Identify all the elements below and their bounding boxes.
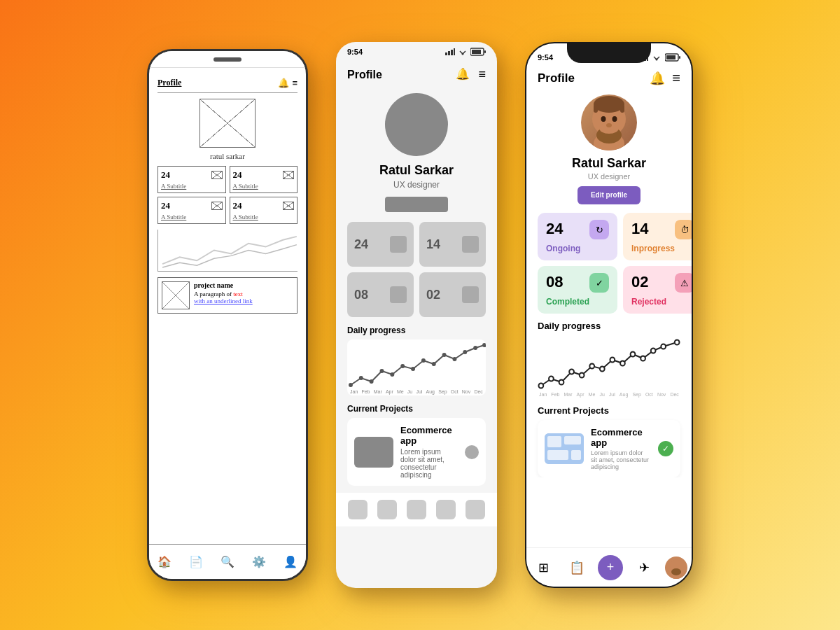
phone2-header: Profile 🔔 ≡ [347, 62, 486, 93]
phone1-avatar-placeholder [200, 99, 255, 148]
phone3-nav-docs[interactable]: 📋 [564, 555, 589, 580]
phone3-header: Profile 🔔 ≡ [538, 66, 680, 94]
nav-home-icon[interactable]: 🏠 [158, 555, 172, 568]
svg-rect-1 [448, 51, 450, 55]
stat-sub-3: A Subtitle [161, 214, 223, 220]
phone3-content: Profile 🔔 ≡ [526, 66, 692, 477]
phone2-status-bar: 9:54 [336, 42, 497, 62]
phone2-nav-1[interactable] [348, 500, 368, 519]
phone2-stat-num-1: 24 [354, 237, 368, 252]
phone2-project-title: Ecommerce app [400, 425, 458, 446]
svg-point-50 [640, 356, 645, 361]
phone3-menu-icon[interactable]: ≡ [672, 70, 680, 86]
phone2-stat-3: 08 [347, 272, 414, 317]
svg-point-39 [606, 123, 612, 127]
svg-point-16 [432, 362, 436, 366]
phone2-project-image [354, 437, 393, 468]
phone1-project-image [162, 281, 190, 309]
stat-num-3: 24 [161, 200, 170, 211]
svg-rect-57 [547, 450, 568, 460]
phone2-nav-2[interactable] [377, 500, 397, 519]
svg-point-43 [569, 370, 574, 374]
phone1-project-desc: A paragraph of text with an underlined l… [194, 290, 253, 304]
phone2-chart-area: JanFebMarAprMeJuJulAugSepOctNovDec [347, 340, 486, 396]
phone3-stat-num-inprogress: 14 [631, 220, 675, 238]
phone3-stat-label-rejected: Rejected [631, 297, 666, 307]
svg-point-46 [600, 367, 605, 372]
phone3-check-icon: ✓ [658, 441, 673, 456]
svg-rect-55 [547, 436, 561, 447]
phone1-bottom-nav: 🏠 📄 🔍 ⚙️ 👤 [149, 544, 306, 579]
phone2-header-icons: 🔔 ≡ [456, 67, 486, 82]
svg-point-12 [390, 372, 394, 377]
phone2-bell-icon[interactable]: 🔔 [456, 67, 470, 82]
phone3-chart-container: JanFebMarAprMeJuJulAugSepOctNovDec [538, 335, 680, 398]
phone3-nav-avatar[interactable] [665, 556, 687, 579]
phone2-stat-icon-4 [462, 286, 479, 303]
svg-rect-29 [679, 56, 680, 59]
battery-icon [470, 48, 486, 56]
phone1-notch [149, 51, 306, 68]
phone3-stat-inprogress: 14 Inprogress ⏱ [623, 213, 692, 260]
phone3-stat-ongoing-left: 24 Ongoing [546, 220, 580, 253]
stat-sub-4: A Subtitle [233, 214, 295, 220]
phone3-edit-button[interactable]: Edit profile [578, 186, 640, 204]
phone1-header-icons: 🔔 ≡ [278, 78, 298, 88]
phone3-projects-label: Current Projects [538, 405, 680, 416]
phone2-bottom-nav [336, 493, 497, 526]
phone2-content: Profile 🔔 ≡ Ratul Sarkar UX designer 24 … [336, 62, 497, 486]
phone2-project-info: Ecommerce app Lorem ipsum dolor sit amet… [400, 425, 458, 479]
phone3-chart-section: Daily progress JanFebMarAprMeJuJulAugSep… [538, 321, 680, 398]
nav-search-icon[interactable]: 🔍 [220, 555, 234, 568]
nav-settings-icon[interactable]: ⚙️ [252, 555, 266, 568]
phone3-stat-ongoing: 24 Ongoing ↻ [538, 213, 617, 260]
phone2-nav-3[interactable] [407, 500, 426, 519]
phone1-text-red: text [233, 290, 243, 298]
svg-point-38 [612, 116, 617, 122]
svg-point-15 [421, 358, 426, 363]
phone-color: 9:54 Profile 🔔 ≡ [525, 42, 693, 588]
phone2-month-labels: JanFebMarAprMeJuJulAugSepOctNovDec [347, 389, 486, 394]
stat-icon-3 [211, 202, 223, 210]
svg-point-53 [675, 340, 680, 345]
phone2-stat-icon-1 [390, 236, 407, 253]
phone3-nav-send[interactable]: ✈ [631, 555, 657, 580]
phone2-nav-4[interactable] [436, 500, 456, 519]
wifi-icon [457, 48, 468, 55]
nav-user-icon[interactable]: 👤 [284, 555, 298, 568]
phone2-stats-grid: 24 14 08 02 [347, 222, 486, 317]
stat-icon-4 [283, 202, 294, 210]
phone2-edit-btn[interactable] [385, 197, 448, 212]
svg-rect-36 [620, 104, 624, 113]
stat-num-1: 24 [161, 169, 170, 181]
svg-point-26 [656, 59, 658, 61]
phone3-bell-icon[interactable]: 🔔 [650, 71, 665, 86]
svg-point-41 [549, 377, 554, 382]
menu-icon[interactable]: ≡ [292, 78, 298, 88]
svg-rect-0 [445, 52, 447, 55]
svg-point-11 [380, 369, 384, 373]
phone1-header: Profile 🔔 ≡ [158, 74, 298, 93]
phone2-projects-label: Current Projects [347, 404, 486, 414]
phone2-stat-num-3: 08 [354, 288, 368, 302]
phone2-avatar [385, 93, 448, 156]
signal-icon [445, 48, 455, 55]
phone2-menu-icon[interactable]: ≡ [478, 67, 486, 82]
nav-docs-icon[interactable]: 📄 [189, 555, 203, 568]
phone3-avatar [581, 94, 637, 150]
bell-icon[interactable]: 🔔 [278, 78, 289, 88]
phone2-nav-5[interactable] [465, 500, 485, 519]
phone3-time: 9:54 [538, 53, 553, 62]
phone3-nav-add[interactable]: + [598, 555, 623, 580]
phone3-project-title: Ecommerce app [591, 427, 651, 448]
phone1-chart [158, 230, 298, 272]
phone1-content: Profile 🔔 ≡ ratul sarkar 24 A Subtitle 2… [149, 68, 306, 544]
svg-point-37 [601, 116, 606, 122]
svg-point-61 [671, 568, 681, 575]
phone3-nav-grid[interactable]: ⊞ [531, 555, 556, 580]
svg-point-13 [400, 364, 405, 368]
phone1-project-link[interactable]: with an underlined link [194, 298, 253, 304]
svg-point-40 [538, 384, 543, 388]
svg-point-21 [482, 343, 486, 347]
svg-point-20 [473, 346, 477, 350]
